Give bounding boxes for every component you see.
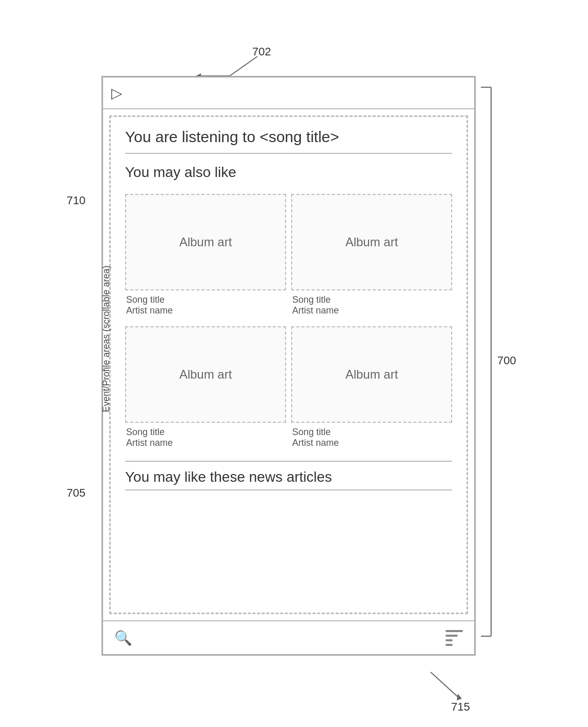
artist-name-4: Artist name <box>292 438 451 448</box>
top-bar: ▷ <box>103 77 474 109</box>
scrollable-area-label: Event/Profile areas (scrollable area) <box>101 265 112 412</box>
annotation-710: 710 <box>67 194 86 207</box>
album-item-1[interactable]: Album art Song title Artist name <box>125 194 286 318</box>
menu-line-2 <box>445 635 458 637</box>
menu-icon[interactable] <box>445 630 463 646</box>
svg-line-10 <box>431 672 459 698</box>
album-art-box-1[interactable]: Album art <box>125 194 286 290</box>
album-art-label-2: Album art <box>346 235 398 249</box>
news-section: You may like these news articles <box>125 461 452 490</box>
album-grid-row1: Album art Song title Artist name Album a… <box>125 194 452 318</box>
album-art-label-3: Album art <box>179 367 232 382</box>
now-playing-text: You are listening to <song title> <box>125 128 452 146</box>
song-title-2: Song title <box>292 294 451 305</box>
menu-line-3 <box>445 639 453 641</box>
artist-name-2: Artist name <box>292 305 451 316</box>
album-item-2[interactable]: Album art Song title Artist name <box>291 194 452 318</box>
annotation-700: 700 <box>497 354 516 367</box>
album-art-box-2[interactable]: Album art <box>291 194 452 290</box>
song-info-3: Song title Artist name <box>125 425 286 450</box>
album-art-box-3[interactable]: Album art <box>125 326 286 423</box>
news-section-title: You may like these news articles <box>125 469 452 490</box>
bottom-bar: 🔍 <box>103 620 474 654</box>
menu-line-1 <box>445 630 463 632</box>
song-title-1: Song title <box>126 294 285 305</box>
scroll-area[interactable]: You are listening to <song title> You ma… <box>109 115 468 614</box>
page-wrapper: ▷ You are listening to <song title> You … <box>0 0 588 727</box>
you-may-also-like-title: You may also like <box>125 164 452 181</box>
song-info-2: Song title Artist name <box>291 292 452 318</box>
song-title-4: Song title <box>292 427 451 438</box>
annotation-715: 715 <box>451 700 470 714</box>
album-art-box-4[interactable]: Album art <box>291 326 452 423</box>
artist-name-1: Artist name <box>126 305 285 316</box>
now-playing-section: You are listening to <song title> <box>125 128 452 154</box>
song-title-3: Song title <box>126 427 285 438</box>
play-icon[interactable]: ▷ <box>111 85 123 102</box>
album-art-label-1: Album art <box>179 235 232 249</box>
menu-line-4 <box>445 644 453 646</box>
svg-marker-11 <box>457 694 462 700</box>
song-info-1: Song title Artist name <box>125 292 286 318</box>
svg-line-1 <box>230 56 257 76</box>
album-item-3[interactable]: Album art Song title Artist name <box>125 326 286 450</box>
annotation-702: 702 <box>252 45 271 58</box>
album-art-label-4: Album art <box>346 367 398 382</box>
artist-name-3: Artist name <box>126 438 285 448</box>
album-grid-row2: Album art Song title Artist name Album a… <box>125 326 452 450</box>
device-frame: ▷ You are listening to <song title> You … <box>102 76 476 656</box>
annotation-705: 705 <box>67 486 86 500</box>
song-info-4: Song title Artist name <box>291 425 452 450</box>
search-icon[interactable]: 🔍 <box>114 630 132 646</box>
album-item-4[interactable]: Album art Song title Artist name <box>291 326 452 450</box>
